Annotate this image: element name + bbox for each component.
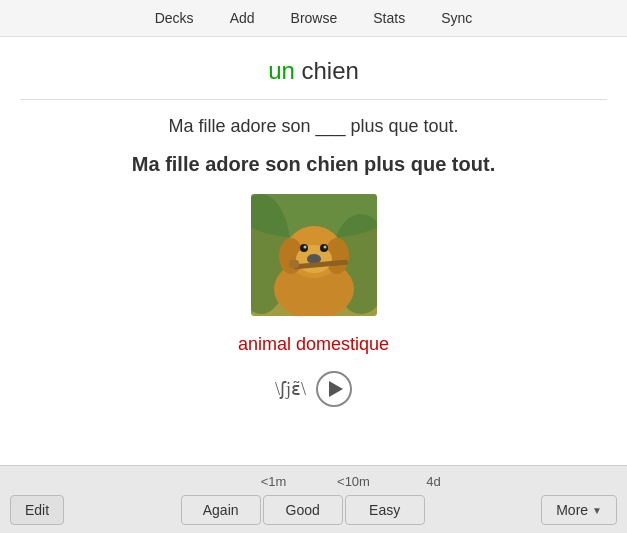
play-audio-button[interactable]	[316, 371, 352, 407]
card-image	[251, 194, 377, 316]
nav-add[interactable]: Add	[224, 8, 261, 28]
good-button[interactable]: Good	[263, 495, 343, 525]
edit-button[interactable]: Edit	[10, 495, 64, 525]
easy-button[interactable]: Easy	[345, 495, 425, 525]
nav-decks[interactable]: Decks	[149, 8, 200, 28]
more-label: More	[556, 502, 588, 518]
tag-label: animal domestique	[238, 334, 389, 355]
svg-rect-16	[289, 260, 299, 268]
buttons-row: Edit Again Good Easy More ▼	[10, 495, 617, 525]
more-button[interactable]: More ▼	[541, 495, 617, 525]
phonetic-area: \ʃjɛ̃\	[275, 371, 352, 407]
card-area: un chien Ma fille adore son ___ plus que…	[0, 37, 627, 465]
phonetic-text: \ʃjɛ̃\	[275, 378, 306, 400]
nav-stats[interactable]: Stats	[367, 8, 411, 28]
easy-timing: 4d	[394, 474, 474, 489]
answer-sentence: Ma fille adore son chien plus que tout.	[132, 153, 495, 176]
card-noun-text: chien	[302, 57, 359, 84]
good-timing: <10m	[314, 474, 394, 489]
nav-browse[interactable]: Browse	[285, 8, 344, 28]
play-icon	[329, 381, 343, 397]
timing-row: <1m <10m 4d	[10, 474, 617, 489]
top-nav: Decks Add Browse Stats Sync	[0, 0, 627, 37]
svg-point-13	[303, 246, 306, 249]
svg-point-14	[323, 246, 326, 249]
card-article: un	[268, 57, 295, 84]
fill-blank-text: Ma fille adore son ___ plus que tout.	[168, 116, 458, 137]
bottom-bar: <1m <10m 4d Edit Again Good Easy More ▼	[0, 465, 627, 533]
again-timing: <1m	[234, 474, 314, 489]
card-divider	[20, 99, 607, 100]
chevron-down-icon: ▼	[592, 505, 602, 516]
nav-sync[interactable]: Sync	[435, 8, 478, 28]
dog-svg	[251, 194, 377, 316]
again-button[interactable]: Again	[181, 495, 261, 525]
card-title: un chien	[268, 57, 359, 85]
answer-buttons: Again Good Easy	[181, 495, 425, 525]
